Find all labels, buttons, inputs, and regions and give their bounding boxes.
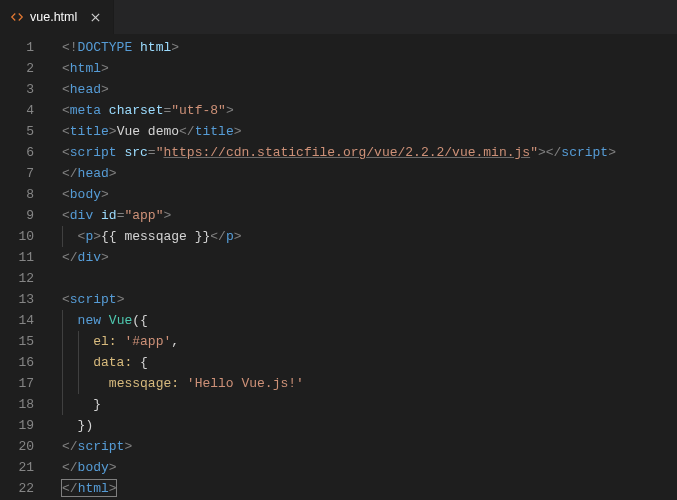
line-number: 4 (0, 100, 48, 121)
line-number: 22 (0, 478, 48, 499)
line-number: 3 (0, 79, 48, 100)
tab-vue-html[interactable]: vue.html (0, 0, 114, 34)
code-area[interactable]: <!DOCTYPE html><html><head><meta charset… (48, 34, 677, 500)
line-number: 17 (0, 373, 48, 394)
code-line[interactable]: messqage: 'Hello Vue.js!' (62, 373, 677, 394)
code-line[interactable]: </html> (62, 478, 677, 499)
code-line[interactable]: data: { (62, 352, 677, 373)
line-number: 20 (0, 436, 48, 457)
code-line[interactable]: <!DOCTYPE html> (62, 37, 677, 58)
tab-filename: vue.html (30, 10, 77, 24)
line-number: 10 (0, 226, 48, 247)
line-number: 19 (0, 415, 48, 436)
line-number: 7 (0, 163, 48, 184)
code-line[interactable]: <html> (62, 58, 677, 79)
line-number: 9 (0, 205, 48, 226)
code-line[interactable]: </div> (62, 247, 677, 268)
code-line[interactable]: <div id="app"> (62, 205, 677, 226)
code-line[interactable]: </script> (62, 436, 677, 457)
code-line[interactable]: <script src="https://cdn.staticfile.org/… (62, 142, 677, 163)
code-line[interactable]: <body> (62, 184, 677, 205)
code-editor[interactable]: 12345678910111213141516171819202122 <!DO… (0, 34, 677, 500)
line-number: 2 (0, 58, 48, 79)
line-number: 15 (0, 331, 48, 352)
code-line[interactable]: <head> (62, 79, 677, 100)
tab-bar: vue.html (0, 0, 677, 34)
line-number: 14 (0, 310, 48, 331)
code-line[interactable]: </body> (62, 457, 677, 478)
code-line[interactable]: </head> (62, 163, 677, 184)
line-number: 6 (0, 142, 48, 163)
code-line[interactable]: <meta charset="utf-8"> (62, 100, 677, 121)
code-line[interactable]: <p>{{ messqage }}</p> (62, 226, 677, 247)
line-number: 13 (0, 289, 48, 310)
code-line[interactable]: new Vue({ (62, 310, 677, 331)
line-number: 8 (0, 184, 48, 205)
code-line[interactable]: } (62, 394, 677, 415)
code-line[interactable]: }) (62, 415, 677, 436)
line-number: 11 (0, 247, 48, 268)
line-number: 18 (0, 394, 48, 415)
code-line[interactable]: el: '#app', (62, 331, 677, 352)
line-number-gutter: 12345678910111213141516171819202122 (0, 34, 48, 500)
code-line[interactable]: <script> (62, 289, 677, 310)
code-icon (10, 10, 24, 24)
line-number: 1 (0, 37, 48, 58)
line-number: 21 (0, 457, 48, 478)
line-number: 5 (0, 121, 48, 142)
line-number: 12 (0, 268, 48, 289)
line-number: 16 (0, 352, 48, 373)
code-line[interactable] (62, 268, 677, 289)
code-line[interactable]: <title>Vue demo</title> (62, 121, 677, 142)
close-icon[interactable] (87, 9, 103, 25)
